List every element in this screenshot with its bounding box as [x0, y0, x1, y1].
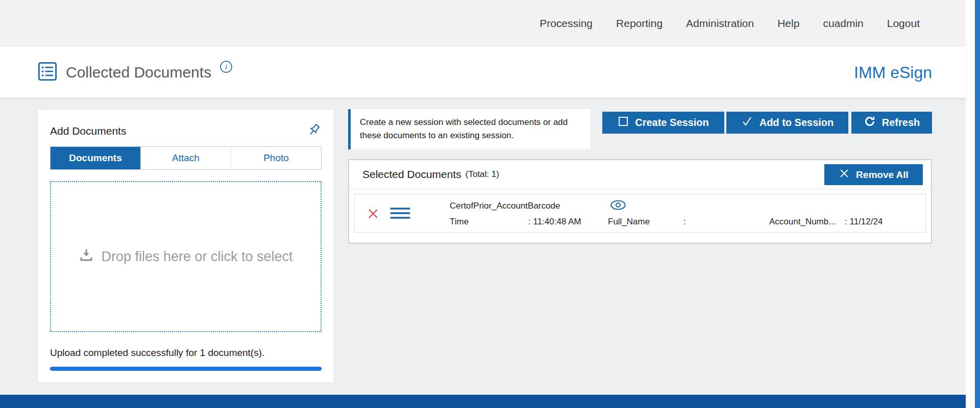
- file-dropzone[interactable]: Drop files here or click to select: [50, 181, 322, 332]
- page-header: Collected Documents i IMM eSign: [0, 47, 966, 98]
- add-documents-card: Add Documents Documents Attach Photo: [37, 109, 334, 383]
- delete-row-icon[interactable]: [367, 208, 379, 222]
- page-body: Add Documents Documents Attach Photo: [0, 98, 966, 395]
- app-window: Processing Reporting Administration Help…: [0, 0, 966, 408]
- full-name-value: :: [683, 217, 686, 227]
- account-number-label: Account_Numb...: [769, 217, 836, 227]
- add-to-session-label: Add to Session: [760, 117, 834, 129]
- tab-photo[interactable]: Photo: [231, 147, 321, 169]
- session-info-message: Create a new session with selected docum…: [348, 109, 591, 149]
- right-edge-scrollbar[interactable]: [975, 0, 980, 408]
- top-navigation: Processing Reporting Administration Help…: [0, 0, 966, 47]
- create-session-label: Create Session: [635, 117, 709, 129]
- time-value: : 11:40:48 AM: [528, 217, 581, 227]
- selected-documents-panel: Selected Documents (Total: 1) Remove All: [348, 159, 932, 244]
- close-icon: [839, 168, 850, 182]
- page-title: Collected Documents: [66, 64, 211, 81]
- refresh-icon: [864, 115, 876, 130]
- full-name-label: Full_Name: [608, 217, 650, 227]
- account-number-value: : 11/12/24: [845, 217, 883, 227]
- eye-icon[interactable]: [610, 199, 626, 213]
- create-session-button[interactable]: Create Session: [602, 112, 724, 134]
- tab-attach[interactable]: Attach: [141, 147, 231, 169]
- nav-item-help[interactable]: Help: [777, 17, 799, 30]
- drag-handle-icon[interactable]: [390, 207, 410, 222]
- selected-documents-title: Selected Documents: [362, 168, 461, 181]
- add-to-session-button[interactable]: Add to Session: [726, 112, 848, 134]
- document-row: CertofPrior_AccountBarcode Time : 11:40:…: [354, 194, 926, 233]
- square-icon: [618, 116, 629, 130]
- nav-item-processing[interactable]: Processing: [540, 17, 593, 30]
- tab-documents[interactable]: Documents: [51, 147, 141, 169]
- upload-status-text: Upload completed successfully for 1 docu…: [50, 347, 322, 359]
- remove-all-label: Remove All: [856, 169, 909, 181]
- nav-item-logout[interactable]: Logout: [887, 17, 920, 30]
- add-documents-header: Add Documents: [50, 121, 322, 141]
- selected-documents-header: Selected Documents (Total: 1) Remove All: [349, 160, 931, 189]
- refresh-button[interactable]: Refresh: [851, 112, 932, 134]
- brand-logo-text: IMM eSign: [854, 63, 932, 82]
- dropzone-label: Drop files here or click to select: [101, 249, 292, 265]
- check-icon: [741, 115, 753, 130]
- upload-progress-bar: [50, 367, 322, 371]
- add-documents-tabs: Documents Attach Photo: [50, 146, 322, 170]
- remove-all-button[interactable]: Remove All: [824, 164, 923, 185]
- svg-text:i: i: [225, 63, 227, 71]
- pin-icon[interactable]: [306, 122, 322, 140]
- page-header-left: Collected Documents i: [37, 47, 233, 97]
- nav-item-administration[interactable]: Administration: [686, 17, 754, 30]
- document-name: CertofPrior_AccountBarcode: [450, 201, 560, 211]
- selected-documents-total: (Total: 1): [465, 169, 499, 180]
- document-list-icon: [37, 61, 58, 84]
- info-icon[interactable]: i: [219, 60, 233, 75]
- nav-item-user-cuadmin[interactable]: cuadmin: [823, 17, 863, 30]
- download-icon: [79, 247, 94, 266]
- footer-bar: [0, 395, 966, 408]
- add-documents-title: Add Documents: [50, 125, 126, 137]
- nav-item-reporting[interactable]: Reporting: [616, 17, 663, 30]
- time-label: Time: [450, 217, 469, 227]
- refresh-label: Refresh: [882, 117, 920, 129]
